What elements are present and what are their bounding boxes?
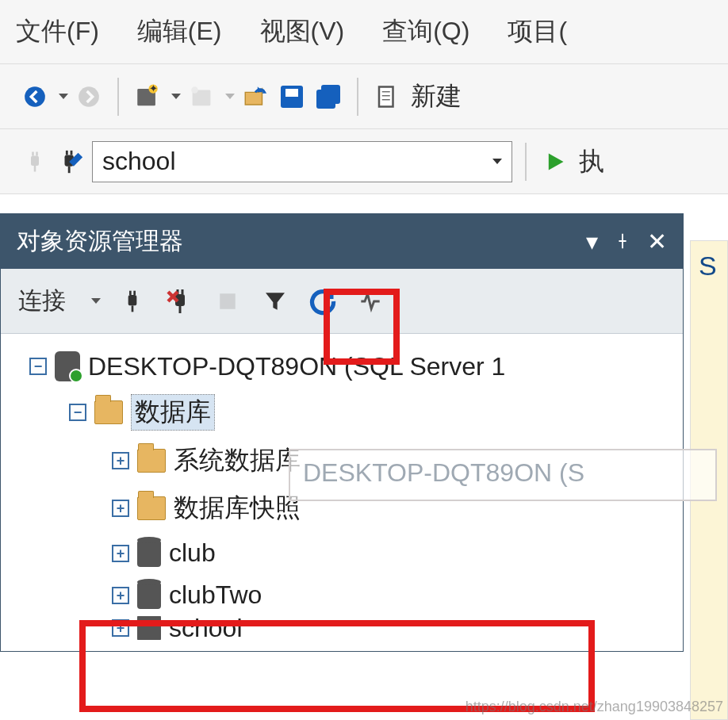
back-dropdown-icon[interactable] [59,94,68,99]
expand-icon[interactable]: + [112,587,129,604]
panel-title-bar: 对象资源管理器 ▾ ✕ [1,214,683,269]
expand-icon[interactable]: + [112,452,129,469]
connect-label[interactable]: 连接 [18,285,66,317]
expand-icon[interactable]: + [112,545,129,562]
database-select-value: school [102,147,176,176]
tree-snapshots-label: 数据库快照 [174,491,301,526]
menu-edit[interactable]: 编辑(E) [137,14,222,49]
database-icon [137,540,161,567]
svg-point-0 [25,86,45,107]
panel-dropdown-icon[interactable]: ▾ [586,228,598,255]
watermark: https://blog.csdn.net/zhang19903848257 [466,699,723,715]
refresh-icon[interactable] [307,285,339,317]
pin-icon[interactable] [614,228,631,255]
plug-connect-icon[interactable] [117,285,148,317]
main-toolbar: ✦ 新建 [0,64,728,129]
tree-sysdb-label: 系统数据库 [174,443,301,478]
tree-club-row[interactable]: + club [9,532,675,574]
back-button[interactable] [19,81,51,113]
open-file-icon[interactable] [239,81,271,113]
tree-clubtwo-label: clubTwo [169,580,262,610]
tree-server-label: DESKTOP-DQT89ON (SQL Server 1 [88,352,505,381]
svg-rect-11 [31,155,39,166]
new-project-dropdown-icon[interactable] [225,94,235,99]
menu-view[interactable]: 视图(V) [260,14,345,49]
tree-club-label: club [169,538,216,568]
server-icon [55,351,80,381]
tree-databases-row[interactable]: − 数据库 [9,388,675,437]
new-label[interactable]: 新建 [411,79,462,114]
database-icon [137,582,161,609]
database-select[interactable]: school [92,141,512,182]
separator [525,143,527,181]
object-explorer-panel: 对象资源管理器 ▾ ✕ 连接 [0,213,684,652]
plug-disconnect-icon[interactable] [164,285,196,317]
svg-point-6 [191,86,198,94]
close-icon[interactable]: ✕ [647,228,667,255]
plug-change-icon[interactable] [56,146,87,178]
database-icon [137,616,161,640]
collapse-icon[interactable]: − [69,404,86,421]
stop-icon[interactable] [212,285,243,317]
tree-server-row[interactable]: − DESKTOP-DQT89ON (SQL Server 1 [9,345,675,388]
new-project-icon[interactable] [186,81,217,113]
chevron-down-icon [492,159,502,164]
folder-icon [137,449,166,473]
svg-point-1 [79,86,99,107]
panel-title: 对象资源管理器 [17,225,183,258]
separator [357,78,358,116]
svg-rect-19 [128,295,137,305]
save-icon[interactable] [276,81,308,113]
forward-button[interactable] [73,81,105,113]
tree-school-row[interactable]: + school [9,616,675,640]
tree-school-label: school [169,616,243,640]
tooltip: DESKTOP-DQT89ON (S [289,449,717,501]
tree-databases-label: 数据库 [131,394,215,431]
folder-icon [137,496,166,520]
tree-clubtwo-row[interactable]: + clubTwo [9,574,675,616]
svg-text:✦: ✦ [149,83,158,94]
folder-icon [94,400,123,424]
collapse-icon[interactable]: − [29,358,47,375]
document-icon[interactable] [371,81,403,113]
menu-query[interactable]: 查询(Q) [382,14,469,49]
new-query-dropdown-icon[interactable] [171,94,181,99]
execute-label[interactable]: 执 [579,144,604,179]
separator [117,78,119,116]
svg-rect-7 [379,86,393,106]
plug-connect-icon[interactable] [19,146,51,178]
menu-bar: 文件(F) 编辑(E) 视图(V) 查询(Q) 项目( [0,0,728,64]
new-query-icon[interactable]: ✦ [132,81,163,113]
execute-icon[interactable] [539,146,571,178]
expand-icon[interactable]: + [112,500,129,517]
svg-rect-29 [220,293,236,309]
object-explorer-toolbar: 连接 [1,269,683,334]
filter-icon[interactable] [259,285,291,317]
editor-strip-label: S [691,241,727,281]
menu-file[interactable]: 文件(F) [16,14,99,49]
menu-project[interactable]: 项目( [508,14,567,49]
save-all-icon[interactable] [312,81,344,113]
connect-dropdown-icon[interactable] [91,298,101,304]
activity-icon[interactable] [354,285,386,317]
query-toolbar: school 执 [0,129,728,194]
expand-icon[interactable]: + [112,619,129,637]
